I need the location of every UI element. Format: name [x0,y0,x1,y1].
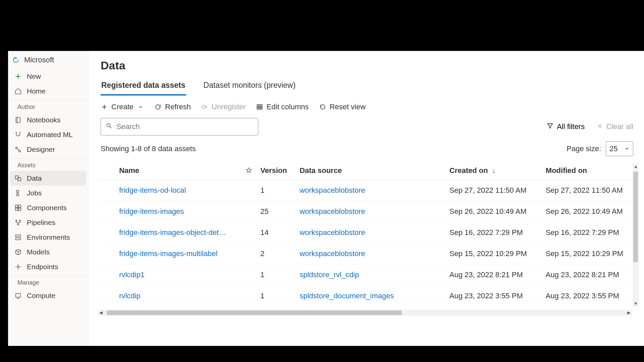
asset-name-link[interactable]: rvlcdip [119,292,141,300]
column-modified-on[interactable]: Modified on [542,162,639,180]
edit-columns-button[interactable]: Edit columns [256,103,309,111]
column-created-on[interactable]: Created on ↓ [446,162,542,180]
scroll-down-icon[interactable]: ▼ [634,301,638,306]
column-version[interactable]: Version [257,162,296,180]
table-row[interactable]: fridge-items-images 25 workspaceblobstor… [98,201,639,222]
table-row[interactable]: rvlcdip1 1 spldstore_rvl_cdip Aug 23, 20… [98,264,639,286]
back-icon[interactable] [13,56,20,64]
cell-version: 14 [257,222,296,243]
sidebar-item-label: Designer [27,145,55,154]
svg-point-20 [17,266,19,268]
search-input-wrapper[interactable] [101,118,258,135]
showing-text: Showing 1-8 of 8 data assets [101,144,196,153]
table-row[interactable]: fridge-items-od-local 1 workspaceblobsto… [98,180,639,201]
svg-marker-34 [548,124,553,128]
tabs: Registered data assets Dataset monitors … [89,75,644,95]
sidebar-item-label: Environments [27,233,70,241]
refresh-label: Refresh [165,103,191,111]
sidebar-item-home[interactable]: Home [8,84,88,99]
svg-rect-11 [15,205,18,207]
horizontal-scrollbar[interactable]: ◀ ▶ [98,310,632,316]
svg-line-8 [17,148,19,150]
main-content: Data Registered data assets Dataset moni… [89,51,644,346]
data-source-link[interactable]: spldstore_document_images [300,292,394,300]
search-input[interactable] [116,122,253,131]
svg-line-33 [110,127,112,128]
sidebar-item-label: Pipelines [27,219,55,227]
sidebar-item-label: Automated ML [27,131,73,139]
sidebar-item-label: Jobs [27,189,42,197]
cell-created: Sep 27, 2022 11:50 AM [446,180,542,201]
sidebar-item-new[interactable]: New [8,69,88,84]
table-row[interactable]: rvlcdip 1 spldstore_document_images Aug … [98,286,639,301]
scroll-thumb-vertical[interactable] [633,172,638,262]
scroll-right-icon[interactable]: ▶ [627,310,631,315]
reset-view-button[interactable]: Reset view [319,103,366,111]
svg-rect-14 [18,208,21,210]
data-source-link[interactable]: workspaceblobstore [300,207,365,216]
refresh-button[interactable]: Refresh [154,103,191,111]
sidebar-header[interactable]: Microsoft [8,51,88,69]
sidebar-item-environments[interactable]: Environments [8,230,88,245]
page-size: Page size: 25 [567,141,633,156]
all-filters-button[interactable]: All filters [547,122,585,131]
data-source-link[interactable]: workspaceblobstore [300,228,365,237]
column-select[interactable] [98,162,116,180]
asset-name-link[interactable]: fridge-items-images-multilabel [119,249,217,258]
sidebar-item-pipelines[interactable]: Pipelines [8,215,88,230]
sidebar-item-label: Home [27,87,46,95]
sidebar-item-data[interactable]: Data [10,171,86,186]
sidebar-item-endpoints[interactable]: Endpoints [8,259,88,274]
clear-all-label: Clear all [606,122,633,131]
column-data-source[interactable]: Data source [296,162,446,180]
svg-marker-37 [246,168,251,172]
svg-rect-18 [16,235,21,237]
reset-icon [319,103,326,111]
page-size-select[interactable]: 25 [606,141,633,156]
unregister-icon [201,103,208,111]
data-source-link[interactable]: workspaceblobstore [300,186,365,194]
compute-icon [14,292,22,300]
cell-modified: Sep 26, 2022 10:49 AM [542,201,639,222]
meta-row: Showing 1-8 of 8 data assets Page size: … [89,135,644,160]
components-icon [14,204,22,212]
asset-name-link[interactable]: fridge-items-images [119,207,184,216]
data-source-link[interactable]: spldstore_rvl_cdip [300,270,359,279]
scroll-thumb-horizontal[interactable] [107,310,402,315]
cell-created: Sep 26, 2022 10:49 AM [446,201,542,222]
cell-modified: Aug 23, 2022 3:55 PM [542,286,639,301]
sidebar-item-notebooks[interactable]: Notebooks [8,113,88,127]
asset-name-link[interactable]: rvlcdip1 [119,270,145,279]
scroll-left-icon[interactable]: ◀ [99,310,103,315]
create-button[interactable]: Create [101,103,144,111]
vertical-scrollbar[interactable]: ▲ ▼ [633,163,639,307]
asset-name-link[interactable]: fridge-items-od-local [119,186,186,195]
data-source-link[interactable]: workspaceblobstore [300,249,365,258]
sidebar: Microsoft New Home Author Notebooks Au [8,51,89,346]
column-name[interactable]: Name [116,162,240,180]
cell-modified: Aug 23, 2022 8:21 PM [542,264,639,286]
sidebar-item-designer[interactable]: Designer [8,142,88,157]
close-icon [597,122,603,131]
svg-rect-27 [257,105,262,109]
sidebar-item-components[interactable]: Components [8,200,88,215]
tab-registered-data-assets[interactable]: Registered data assets [101,78,186,95]
scroll-up-icon[interactable]: ▲ [634,164,638,169]
environments-icon [14,233,22,241]
sort-desc-icon: ↓ [492,166,496,175]
table-header-row: Name Version Data source Created on ↓ [98,162,639,180]
column-favorite[interactable] [240,162,257,180]
table-row[interactable]: fridge-items-images-object-det… 14 works… [98,222,639,243]
table-row[interactable]: fridge-items-images-multilabel 2 workspa… [98,243,639,264]
sidebar-item-automated-ml[interactable]: Automated ML [8,127,88,142]
data-icon [14,174,22,182]
sidebar-section-assets: Assets [8,158,88,171]
asset-name-link[interactable]: fridge-items-images-object-det… [119,228,226,237]
data-assets-table: Name Version Data source Created on ↓ [98,162,639,301]
sidebar-item-jobs[interactable]: Jobs [8,186,88,200]
tab-dataset-monitors[interactable]: Dataset monitors (preview) [203,78,297,95]
automl-icon [14,131,22,139]
unregister-button: Unregister [201,103,246,111]
sidebar-item-compute[interactable]: Compute [8,288,88,303]
sidebar-item-models[interactable]: Models [8,245,88,259]
